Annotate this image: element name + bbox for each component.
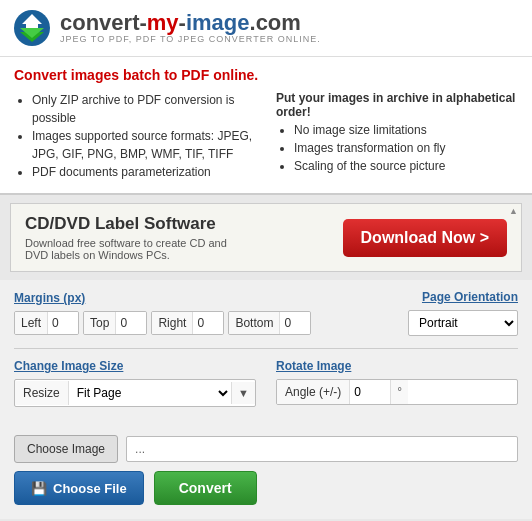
ad-desc: Download free software to create CD and … xyxy=(25,237,245,261)
logo-tagline: JPEG TO PDF, PDF TO JPEG CONVERTER ONLIN… xyxy=(60,34,321,44)
top-margin-input[interactable] xyxy=(116,312,146,334)
logo-prefix: convert- xyxy=(60,10,147,35)
info-item-2: Images supported source formats: JPEG, J… xyxy=(32,127,256,163)
right-margin-group: Right xyxy=(151,311,224,335)
rotate-col: Rotate Image Angle (+/-) ° xyxy=(276,359,518,407)
file-path-display: ... xyxy=(126,436,518,462)
ad-download-button[interactable]: Download Now > xyxy=(343,219,507,257)
resize-label: Resize xyxy=(15,381,69,405)
info-list-right: No image size limitations Images transfo… xyxy=(276,121,518,175)
right-col-title: Put your images in archive in alphabetic… xyxy=(276,91,518,119)
form-area: Margins (px) Left Top Right Bottom xyxy=(0,280,532,435)
action-row: 💾 Choose File Convert xyxy=(14,471,518,505)
resize-section-label[interactable]: Change Image Size xyxy=(14,359,256,373)
top-margin-group: Top xyxy=(83,311,147,335)
angle-input[interactable] xyxy=(350,380,390,404)
resize-group: Resize Fit Page Stretch None ▼ xyxy=(14,379,256,407)
left-margin-label: Left xyxy=(15,312,48,334)
margins-row: Margins (px) Left Top Right Bottom xyxy=(14,290,518,336)
info-item-r2: Images transformation on fly xyxy=(294,139,518,157)
resize-select[interactable]: Fit Page Stretch None xyxy=(69,380,231,406)
angle-unit: ° xyxy=(390,380,408,404)
logo-dash: - xyxy=(179,10,186,35)
resize-rotate-row: Change Image Size Resize Fit Page Stretc… xyxy=(14,359,518,407)
bottom-margin-label: Bottom xyxy=(229,312,280,334)
orientation-section: Page Orientation Portrait Landscape xyxy=(408,290,518,336)
margins-inputs: Left Top Right Bottom xyxy=(14,311,311,335)
angle-group: Angle (+/-) ° xyxy=(276,379,518,405)
logo-title: convert-my-image.com xyxy=(60,12,321,34)
bottom-margin-input[interactable] xyxy=(280,312,310,334)
divider-1 xyxy=(14,348,518,349)
ad-label: ▲ xyxy=(509,206,518,216)
file-area: Choose Image ... 💾 Choose File Convert xyxy=(0,435,532,519)
logo-image: image xyxy=(186,10,250,35)
logo-my: my xyxy=(147,10,179,35)
info-item-3: PDF documents parameterization xyxy=(32,163,256,181)
logo-text: convert-my-image.com JPEG TO PDF, PDF TO… xyxy=(60,12,321,44)
info-item-r1: No image size limitations xyxy=(294,121,518,139)
right-margin-label: Right xyxy=(152,312,193,334)
logo-icon xyxy=(12,8,52,48)
ad-title: CD/DVD Label Software xyxy=(25,214,245,234)
left-margin-input[interactable] xyxy=(48,312,78,334)
orientation-label: Page Orientation xyxy=(422,290,518,304)
info-item-r3: Scaling of the source picture xyxy=(294,157,518,175)
info-item-1: Only ZIP archive to PDF conversion is po… xyxy=(32,91,256,127)
left-margin-group: Left xyxy=(14,311,79,335)
resize-arrow-icon: ▼ xyxy=(231,382,255,404)
orientation-select[interactable]: Portrait Landscape xyxy=(408,310,518,336)
logo-dot-com: .com xyxy=(250,10,301,35)
ad-left: CD/DVD Label Software Download free soft… xyxy=(25,214,245,261)
choose-image-row: Choose Image ... xyxy=(14,435,518,463)
top-margin-label: Top xyxy=(84,312,116,334)
floppy-icon: 💾 xyxy=(31,481,47,496)
info-col-left: Only ZIP archive to PDF conversion is po… xyxy=(14,91,256,181)
margins-section: Margins (px) Left Top Right Bottom xyxy=(14,291,311,335)
info-title: Convert images batch to PDF online. xyxy=(14,67,518,83)
ad-banner: ▲ CD/DVD Label Software Download free so… xyxy=(10,203,522,272)
info-section: Convert images batch to PDF online. Only… xyxy=(0,57,532,195)
right-margin-input[interactable] xyxy=(193,312,223,334)
choose-file-button[interactable]: 💾 Choose File xyxy=(14,471,144,505)
rotate-section-label[interactable]: Rotate Image xyxy=(276,359,518,373)
info-columns: Only ZIP archive to PDF conversion is po… xyxy=(14,91,518,181)
header: convert-my-image.com JPEG TO PDF, PDF TO… xyxy=(0,0,532,57)
bottom-margin-group: Bottom xyxy=(228,311,311,335)
info-list-left: Only ZIP archive to PDF conversion is po… xyxy=(14,91,256,181)
resize-col: Change Image Size Resize Fit Page Stretc… xyxy=(14,359,256,407)
margins-label[interactable]: Margins (px) xyxy=(14,291,311,305)
info-col-right: Put your images in archive in alphabetic… xyxy=(276,91,518,181)
choose-image-button[interactable]: Choose Image xyxy=(14,435,118,463)
choose-file-label: Choose File xyxy=(53,481,127,496)
angle-label: Angle (+/-) xyxy=(277,380,350,404)
convert-button[interactable]: Convert xyxy=(154,471,257,505)
